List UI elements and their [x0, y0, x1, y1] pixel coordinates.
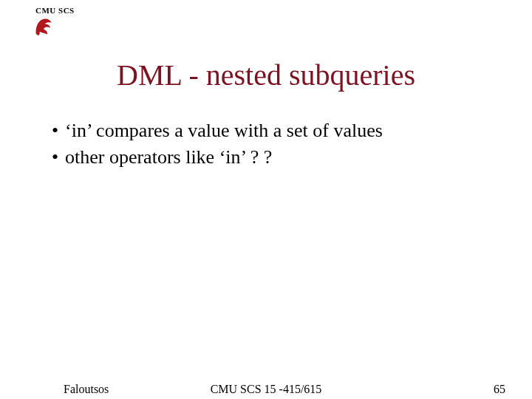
bullet-text: ‘in’ compares a value with a set of valu…: [65, 120, 383, 141]
header-label: CMU SCS: [35, 6, 75, 15]
footer-course: CMU SCS 15 -415/615: [0, 383, 532, 396]
bullet-list: •‘in’ compares a value with a set of val…: [52, 118, 480, 171]
bullet-marker-icon: •: [52, 145, 65, 170]
list-item: •‘in’ compares a value with a set of val…: [52, 118, 480, 143]
footer-slide-number: 65: [494, 383, 505, 396]
list-item: •other operators like ‘in’ ? ?: [52, 145, 480, 170]
dragon-logo-icon: [33, 16, 55, 37]
bullet-text: other operators like ‘in’ ? ?: [65, 146, 272, 168]
slide-title: DML - nested subqueries: [0, 58, 532, 92]
bullet-marker-icon: •: [52, 118, 65, 143]
slide-header: CMU SCS: [35, 6, 75, 15]
